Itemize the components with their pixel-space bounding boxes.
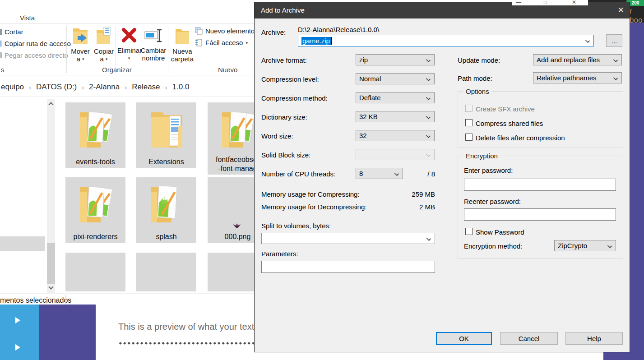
path-mode-combo[interactable]: Relative pathnames	[533, 72, 622, 83]
encryption-method-combo[interactable]: ZipCrypto	[554, 240, 616, 251]
show-password-checkbox[interactable]	[465, 228, 473, 235]
scroll-down-icon[interactable]	[48, 284, 53, 289]
reenter-password-input[interactable]	[464, 208, 616, 221]
move-to-label2: a	[76, 55, 80, 63]
nav-selected-item[interactable]	[0, 236, 45, 251]
dictionary-size-combo[interactable]: 32 KB	[356, 111, 435, 122]
breadcrumb-divider	[0, 96, 254, 97]
move-to-label: Mover	[71, 47, 90, 55]
options-group-title: Options	[463, 88, 491, 95]
archive-format-label: Archive format:	[261, 56, 307, 64]
minimize-icon[interactable]: —	[516, 0, 521, 5]
compression-level-label: Compression level:	[261, 75, 319, 83]
chevron-down-icon[interactable]	[426, 134, 431, 138]
chevron-down-icon[interactable]	[613, 76, 618, 80]
menu-cut[interactable]: Cortar	[5, 28, 23, 36]
breadcrumb-2-alanna[interactable]: 2-Alanna	[89, 83, 120, 92]
chevron-down-icon[interactable]	[426, 77, 431, 81]
breadcrumb-datos[interactable]: DATOS (D:)	[36, 83, 77, 92]
scrollbar-thumb[interactable]	[47, 243, 55, 284]
background-tab-text: r boo	[630, 7, 644, 23]
chevron-down-icon[interactable]	[585, 38, 590, 43]
move-to-icon	[71, 26, 89, 46]
file-tile-partial[interactable]	[136, 253, 196, 291]
maximize-icon[interactable]: □	[544, 0, 547, 5]
play-icon[interactable]	[15, 344, 20, 351]
play-icon[interactable]	[15, 317, 20, 323]
move-to-button[interactable]: Mover a ▾	[69, 26, 92, 63]
compression-method-combo[interactable]: Deflate	[356, 92, 435, 103]
file-tile-pixi-renderers[interactable]: pixi-renderers	[65, 177, 125, 243]
parameters-input[interactable]	[261, 261, 435, 273]
word-size-value: 32	[359, 132, 367, 139]
cancel-button[interactable]: Cancel	[500, 332, 558, 345]
compression-level-combo[interactable]: Normal	[356, 73, 435, 84]
breadcrumb-release[interactable]: Release	[132, 83, 160, 92]
new-folder-icon	[174, 26, 191, 46]
delete-after-label: Delete files after compression	[476, 134, 565, 142]
screen: Vista Cortar Copiar ruta de acceso Pegar…	[0, 0, 644, 360]
show-password-label: Show Password	[476, 228, 524, 236]
statusbar-divider	[0, 293, 254, 294]
menu-copy-path[interactable]: Copiar ruta de acceso	[5, 40, 71, 47]
file-tile-splash[interactable]: splash	[136, 177, 196, 243]
rename-button[interactable]: Cambiar nombre	[140, 26, 167, 62]
new-item-button[interactable]: Nuevo elemento ▾	[195, 27, 259, 35]
delete-button[interactable]: Eliminar ▾	[117, 26, 141, 62]
close-icon[interactable]: ✕	[572, 0, 576, 5]
enter-password-input[interactable]	[464, 179, 616, 191]
memory-compressing-label: Memory usage for Compressing:	[261, 190, 360, 198]
dictionary-size-value: 32 KB	[359, 113, 378, 120]
solid-block-size-label: Solid Block size:	[261, 151, 310, 159]
ok-button[interactable]: OK	[436, 332, 492, 345]
breadcrumb-equipo[interactable]: equipo	[1, 83, 24, 92]
chevron-down-icon[interactable]	[426, 58, 431, 62]
update-mode-combo[interactable]: Add and replace files	[533, 54, 622, 65]
file-tile-extensions[interactable]: Extensions	[136, 102, 196, 168]
dropdown-caret: ▾	[82, 57, 84, 61]
delete-after-checkbox[interactable]	[465, 134, 473, 141]
chevron-down-icon[interactable]	[426, 115, 431, 119]
create-sfx-label: Create SFX archive	[476, 105, 535, 113]
word-size-combo[interactable]: 32	[356, 130, 435, 141]
scroll-up-icon[interactable]	[48, 102, 53, 107]
file-label: pixi-renderers	[65, 232, 125, 241]
easy-access-button[interactable]: Fácil acceso ▾	[195, 39, 248, 46]
preview-purple-panel	[39, 305, 96, 360]
rename-label2: nombre	[142, 54, 165, 62]
file-tile-events-tools[interactable]: events-tools	[65, 102, 125, 168]
easy-access-icon	[195, 39, 203, 46]
chevron-down-icon[interactable]	[426, 236, 431, 241]
file-pane-scrollbar[interactable]	[47, 99, 55, 294]
compress-shared-checkbox[interactable]	[465, 119, 473, 126]
dropdown-caret: ▾	[128, 56, 130, 60]
explorer-window-controls: — □ ✕	[512, 0, 588, 5]
encryption-method-value: ZipCrypto	[558, 242, 587, 249]
breadcrumb-100[interactable]: 1.0.0	[172, 83, 190, 92]
chevron-down-icon[interactable]	[607, 244, 612, 248]
chevron-down-icon[interactable]	[426, 96, 431, 100]
close-icon[interactable]: ✕	[618, 2, 624, 18]
statusbar-selection-count: mentos seleccionados	[0, 296, 71, 305]
file-tile-partial[interactable]	[65, 253, 125, 291]
scissors-icon	[0, 29, 2, 35]
ribbon-separator	[66, 26, 67, 73]
rename-label: Cambiar	[141, 46, 167, 54]
cpu-threads-combo[interactable]: 8	[356, 168, 403, 179]
archive-format-combo[interactable]: zip	[356, 54, 435, 65]
browse-button[interactable]: ...	[606, 34, 622, 47]
cpu-threads-value: 8	[359, 170, 363, 177]
copy-to-label: Copiar	[94, 47, 114, 55]
help-button[interactable]: Help	[565, 332, 623, 345]
chevron-down-icon[interactable]	[394, 171, 399, 176]
tab-vista[interactable]: Vista	[20, 14, 35, 22]
chevron-down-icon[interactable]	[613, 58, 618, 62]
archive-name-combo[interactable]: game.zip	[298, 35, 594, 46]
paste-shortcut-icon	[0, 52, 2, 58]
breadcrumb: equipo › DATOS (D:) › 2-Alanna › Release…	[1, 83, 189, 92]
text-cursor	[331, 37, 332, 45]
copy-to-button[interactable]: Copiar a ▾	[92, 26, 116, 63]
new-folder-button[interactable]: Nueva carpeta	[171, 26, 194, 63]
split-volumes-combo[interactable]	[261, 233, 435, 244]
word-size-label: Word size:	[261, 132, 293, 140]
